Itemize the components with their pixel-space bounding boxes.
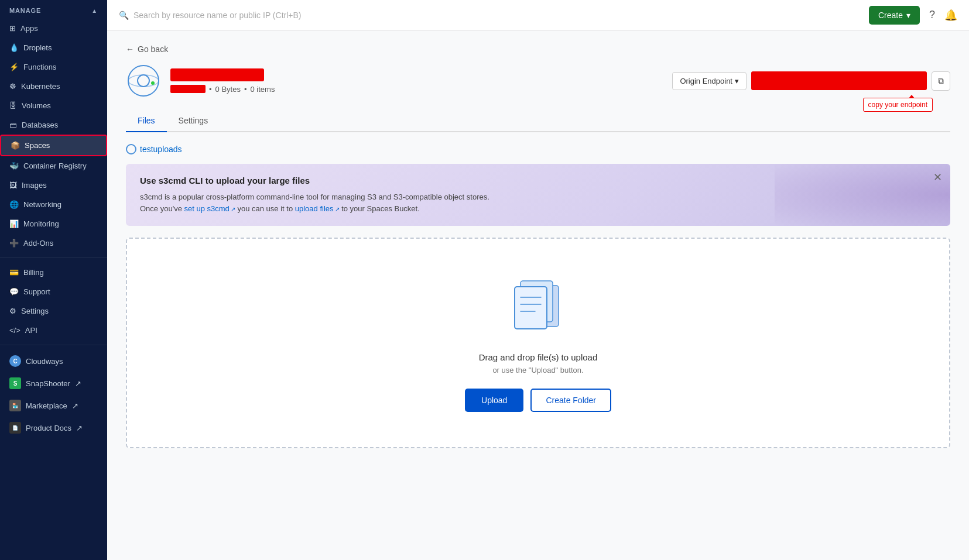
registry-icon: 🐳 xyxy=(9,162,19,170)
addons-icon: ➕ xyxy=(9,239,19,248)
sidebar-divider-2 xyxy=(0,345,107,345)
content-area: ← Go back • 0 Bytes • xyxy=(107,30,969,560)
tab-files[interactable]: Files xyxy=(126,110,167,132)
sidebar-item-databases[interactable]: 🗃 Databases xyxy=(0,115,107,135)
sidebar: MANAGE ▲ ⊞ Apps 💧 Droplets ⚡ Functions ☸… xyxy=(0,0,107,560)
banner-bg-decoration xyxy=(775,164,950,226)
networking-icon: 🌐 xyxy=(9,200,19,209)
functions-icon: ⚡ xyxy=(9,63,19,71)
close-icon: ✕ xyxy=(933,171,942,183)
sidebar-item-cloudways[interactable]: C Cloudways xyxy=(0,350,107,372)
space-logo-icon xyxy=(127,64,160,97)
svg-point-3 xyxy=(151,81,155,85)
tabs-bar: Files Settings xyxy=(126,110,950,132)
sidebar-item-add-ons[interactable]: ➕ Add-Ons xyxy=(0,233,107,253)
help-icon[interactable]: ? xyxy=(929,9,935,21)
external-arrow-1: ↗ xyxy=(231,206,235,212)
sidebar-item-support[interactable]: 💬 Support xyxy=(0,282,107,301)
images-icon: 🖼 xyxy=(9,181,17,190)
sidebar-item-networking[interactable]: 🌐 Networking xyxy=(0,195,107,214)
topbar-right: Create ▾ ? 🔔 xyxy=(869,6,957,25)
sidebar-item-settings[interactable]: ⚙ Settings xyxy=(0,301,107,321)
svg-point-0 xyxy=(128,66,159,96)
breadcrumb: testuploads xyxy=(126,144,950,154)
space-header-right: Origin Endpoint ▾ ⧉ copy your endpoint xyxy=(672,71,950,91)
drop-zone[interactable]: Drag and drop file(s) to upload or use t… xyxy=(126,238,950,448)
create-button[interactable]: Create ▾ xyxy=(869,6,920,25)
sidebar-item-spaces[interactable]: 📦 Spaces xyxy=(0,135,107,156)
file-stack-icon xyxy=(509,274,567,338)
svg-point-2 xyxy=(128,75,159,87)
sidebar-item-droplets[interactable]: 💧 Droplets xyxy=(0,38,107,57)
create-folder-button[interactable]: Create Folder xyxy=(530,389,611,412)
svg-point-1 xyxy=(138,75,149,87)
chevron-down-icon-endpoint: ▾ xyxy=(735,77,739,85)
main-content: 🔍 Search by resource name or public IP (… xyxy=(107,0,969,560)
apps-icon: ⊞ xyxy=(9,24,16,33)
svg-rect-6 xyxy=(515,287,547,329)
sidebar-item-images[interactable]: 🖼 Images xyxy=(0,176,107,195)
space-info: • 0 Bytes • 0 items xyxy=(170,68,663,94)
volumes-icon: 🗄 xyxy=(9,101,17,110)
sidebar-item-functions[interactable]: ⚡ Functions xyxy=(0,57,107,77)
upload-files-link[interactable]: upload files↗ xyxy=(295,204,341,213)
space-icon-wrap xyxy=(126,63,161,98)
upload-illustration xyxy=(509,274,567,341)
search-icon: 🔍 xyxy=(119,11,129,20)
origin-endpoint-button[interactable]: Origin Endpoint ▾ xyxy=(672,72,747,90)
databases-icon: 🗃 xyxy=(9,121,17,129)
kubernetes-icon: ☸ xyxy=(9,82,16,91)
upload-button[interactable]: Upload xyxy=(465,389,523,412)
sidebar-item-volumes[interactable]: 🗄 Volumes xyxy=(0,96,107,115)
sidebar-item-monitoring[interactable]: 📊 Monitoring xyxy=(0,214,107,233)
sidebar-item-billing[interactable]: 💳 Billing xyxy=(0,263,107,282)
external-link-icon-3: ↗ xyxy=(76,424,83,432)
monitoring-icon: 📊 xyxy=(9,219,19,228)
s3cmd-setup-link[interactable]: set up s3cmd↗ xyxy=(184,204,237,213)
drop-zone-subtitle: or use the "Upload" button. xyxy=(492,366,583,375)
sidebar-item-snapshooter[interactable]: S SnapShooter ↗ xyxy=(0,372,107,394)
sidebar-item-api[interactable]: </> API xyxy=(0,321,107,340)
external-link-icon: ↗ xyxy=(75,379,81,388)
search-bar[interactable]: 🔍 Search by resource name or public IP (… xyxy=(119,11,301,20)
spaces-icon: 📦 xyxy=(11,141,20,150)
support-icon: 💬 xyxy=(9,287,19,296)
space-name-redacted xyxy=(170,68,264,81)
billing-icon: 💳 xyxy=(9,268,19,277)
close-banner-button[interactable]: ✕ xyxy=(933,171,942,184)
drop-zone-buttons: Upload Create Folder xyxy=(465,389,611,412)
api-icon: </> xyxy=(9,326,20,335)
sidebar-item-apps[interactable]: ⊞ Apps xyxy=(0,19,107,38)
external-arrow-2: ↗ xyxy=(335,206,340,212)
info-banner: Use s3cmd CLI to upload your large files… xyxy=(126,164,950,226)
cloudways-icon: C xyxy=(9,355,21,367)
sidebar-item-container-registry[interactable]: 🐳 Container Registry xyxy=(0,156,107,176)
chevron-up-icon: ▲ xyxy=(91,8,98,14)
back-arrow-icon: ← xyxy=(126,44,134,54)
marketplace-icon: 🏪 xyxy=(9,400,21,411)
notification-icon[interactable]: 🔔 xyxy=(944,9,957,22)
copy-tooltip: copy your endpoint xyxy=(863,98,933,112)
sidebar-manage-header: MANAGE ▲ xyxy=(0,0,107,19)
sidebar-item-kubernetes[interactable]: ☸ Kubernetes xyxy=(0,77,107,96)
sidebar-divider-1 xyxy=(0,257,107,258)
copy-icon: ⧉ xyxy=(938,76,944,85)
breadcrumb-space-link[interactable]: testuploads xyxy=(140,145,182,154)
droplets-icon: 💧 xyxy=(9,43,19,52)
sidebar-item-marketplace[interactable]: 🏪 Marketplace ↗ xyxy=(0,394,107,417)
go-back-button[interactable]: ← Go back xyxy=(126,44,950,54)
spaces-breadcrumb-icon xyxy=(126,144,136,154)
tab-settings[interactable]: Settings xyxy=(167,110,220,132)
external-link-icon-2: ↗ xyxy=(72,401,78,410)
endpoint-url-redacted xyxy=(751,71,927,90)
copy-endpoint-button[interactable]: ⧉ xyxy=(932,71,950,91)
topbar: 🔍 Search by resource name or public IP (… xyxy=(107,0,969,30)
settings-icon: ⚙ xyxy=(9,307,16,315)
space-header: • 0 Bytes • 0 items Origin Endpoint ▾ ⧉ … xyxy=(126,63,950,98)
drop-zone-title: Drag and drop file(s) to upload xyxy=(479,352,598,362)
docs-icon: 📄 xyxy=(9,422,21,434)
sidebar-item-product-docs[interactable]: 📄 Product Docs ↗ xyxy=(0,417,107,439)
space-meta: • 0 Bytes • 0 items xyxy=(170,85,663,94)
snapshooter-icon: S xyxy=(9,377,21,389)
chevron-down-icon: ▾ xyxy=(906,11,910,20)
